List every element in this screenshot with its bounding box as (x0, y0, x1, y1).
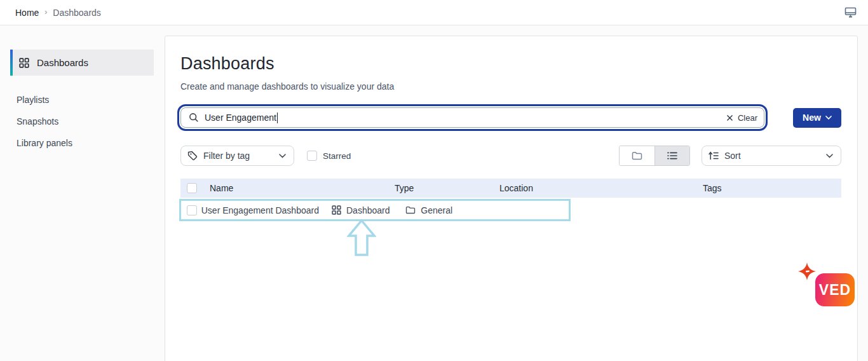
starred-label: Starred (323, 151, 351, 161)
row-type: Dashboard (332, 205, 405, 215)
clear-search-button[interactable]: Clear (726, 108, 757, 127)
filter-row: Filter by tag Starred (180, 146, 841, 166)
search-value: User Engagement (205, 112, 276, 123)
sidebar-item-dashboards[interactable]: Dashboards (10, 50, 154, 76)
header-tags: Tags (636, 183, 841, 193)
tag-icon (187, 151, 198, 161)
filter-right-group: Sort (619, 146, 841, 166)
list-icon (667, 152, 677, 160)
select-all-checkbox[interactable] (187, 183, 197, 193)
breadcrumb-separator: › (44, 8, 47, 17)
new-button[interactable]: New (793, 108, 841, 128)
sort-amount-icon (709, 151, 719, 160)
close-icon (726, 114, 733, 121)
table-row[interactable]: User Engagement Dashboard Dashboard (179, 199, 571, 221)
breadcrumb-home[interactable]: Home (15, 8, 39, 18)
apps-grid-icon (332, 205, 341, 215)
header-name: Name (210, 183, 395, 193)
row-checkbox-cell (181, 205, 201, 215)
folder-view-button[interactable] (620, 146, 654, 165)
monitor-icon (844, 7, 857, 18)
ved-logo: VED (815, 273, 855, 306)
page-title: Dashboards (180, 54, 841, 74)
filter-by-tag-label: Filter by tag (203, 151, 250, 161)
apps-grid-icon (19, 58, 29, 68)
row-name[interactable]: User Engagement Dashboard (201, 205, 332, 215)
list-view-button[interactable] (654, 146, 689, 165)
header-location: Location (499, 183, 636, 193)
clear-label: Clear (738, 113, 757, 123)
sidebar-item-snapshots[interactable]: Snapshots (0, 111, 165, 132)
filter-left-group: Filter by tag Starred (180, 146, 351, 166)
page: Home › Dashboards (0, 0, 868, 361)
sidebar-item-playlists[interactable]: Playlists (0, 89, 165, 111)
breadcrumb-current: Dashboards (53, 8, 101, 18)
search-row: User Engagement Clear New (180, 106, 841, 130)
row-location: General (405, 205, 502, 215)
sparkle-icon (798, 262, 816, 280)
dashboards-table: Name Type Location Tags User Engagement … (180, 179, 841, 221)
folder-icon (632, 151, 642, 160)
row-type-label: Dashboard (346, 205, 390, 215)
up-arrow-annotation (347, 219, 376, 257)
row-location-label: General (421, 205, 452, 215)
search-icon (189, 112, 199, 123)
view-toggle (619, 146, 690, 166)
chevron-down-icon (825, 116, 832, 119)
row-checkbox[interactable] (187, 205, 197, 215)
header-type: Type (395, 183, 499, 193)
sidebar-list: Playlists Snapshots Library panels (0, 89, 165, 154)
filter-by-tag-select[interactable]: Filter by tag (180, 146, 294, 166)
sidebar: Dashboards Playlists Snapshots Library p… (0, 26, 165, 361)
main-content: Dashboards Create and manage dashboards … (165, 36, 858, 361)
search-input[interactable]: User Engagement Clear (180, 107, 764, 128)
sort-select[interactable]: Sort (702, 146, 841, 166)
sidebar-item-label: Dashboards (37, 57, 88, 68)
chevron-down-icon (826, 154, 833, 158)
sidebar-item-library-panels[interactable]: Library panels (0, 132, 165, 154)
chevron-down-icon (279, 154, 286, 158)
text-cursor (277, 112, 278, 123)
table-header: Name Type Location Tags (180, 179, 841, 198)
kiosk-mode-button[interactable] (843, 6, 858, 19)
breadcrumb: Home › Dashboards (15, 8, 101, 18)
top-bar: Home › Dashboards (0, 0, 868, 25)
starred-checkbox[interactable] (307, 151, 317, 161)
page-subtitle: Create and manage dashboards to visualiz… (180, 81, 841, 92)
folder-icon (405, 206, 416, 214)
ved-logo-text: VED (819, 282, 851, 299)
new-button-label: New (803, 112, 821, 123)
sort-label: Sort (724, 151, 741, 161)
header-checkbox-cell (180, 183, 210, 193)
starred-filter: Starred (307, 151, 351, 161)
